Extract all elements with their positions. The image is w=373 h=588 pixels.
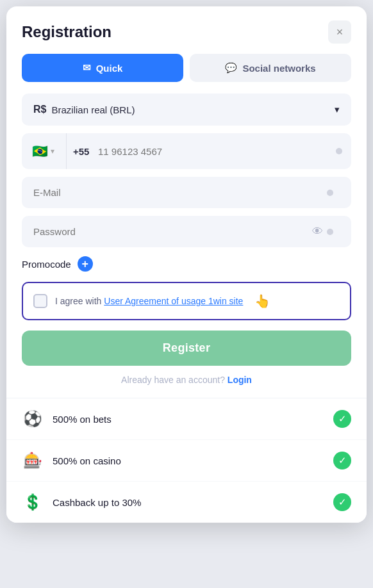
agreement-text: I agree with User Agreement of usage 1wi… xyxy=(55,296,243,306)
social-icon: 💬 xyxy=(225,62,237,74)
email-status-dot xyxy=(327,190,333,196)
cashback-icon: 💲 xyxy=(22,493,44,511)
registration-form: R$ Brazilian real (BRL) ▾ 🇧🇷 ▾ +55 xyxy=(6,94,367,385)
login-prompt-text: Already have an account? xyxy=(121,375,225,385)
email-field-row xyxy=(22,177,351,208)
phone-code: +55 xyxy=(67,136,95,167)
promo-bets-check: ✓ xyxy=(333,410,351,428)
tab-social-label: Social networks xyxy=(242,63,315,74)
tab-row: ✉ Quick 💬 Social networks xyxy=(6,54,367,94)
password-field-row: 👁 xyxy=(22,216,351,247)
registration-modal: Registration × ✉ Quick 💬 Social networks… xyxy=(6,6,367,523)
close-icon: × xyxy=(336,26,344,39)
currency-field-row: R$ Brazilian real (BRL) ▾ xyxy=(22,94,351,126)
promocode-add-button[interactable]: + xyxy=(78,256,93,272)
promo-bets-text: 500% on bets xyxy=(53,414,324,425)
chevron-down-icon: ▾ xyxy=(335,104,340,115)
agreement-text-before: I agree with xyxy=(55,296,104,306)
phone-number-input[interactable] xyxy=(95,136,336,167)
country-selector[interactable]: 🇧🇷 ▾ xyxy=(22,133,67,169)
login-row: Already have an account? Login xyxy=(22,375,351,385)
agreement-checkbox[interactable] xyxy=(33,294,47,308)
currency-symbol: R$ xyxy=(33,104,46,115)
tab-quick[interactable]: ✉ Quick xyxy=(22,54,183,82)
phone-input-group: 🇧🇷 ▾ +55 xyxy=(22,133,351,169)
currency-selector[interactable]: R$ Brazilian real (BRL) ▾ xyxy=(22,94,351,126)
email-field[interactable] xyxy=(22,177,327,208)
casino-icon: 🎰 xyxy=(22,452,44,470)
promo-item-casino: 🎰 500% on casino ✓ xyxy=(6,440,367,482)
promo-casino-text: 500% on casino xyxy=(53,455,324,466)
promocode-label: Promocode xyxy=(22,259,71,270)
cursor-icon: 👆 xyxy=(254,293,270,309)
email-input-group xyxy=(22,177,351,208)
password-status-dot xyxy=(327,229,333,235)
flag-caret-icon: ▾ xyxy=(51,147,54,156)
password-field[interactable] xyxy=(22,216,312,247)
flag-icon: 🇧🇷 xyxy=(32,143,48,159)
currency-name: Brazilian real (BRL) xyxy=(51,104,329,115)
promo-cashback-check: ✓ xyxy=(333,493,351,511)
mail-icon: ✉ xyxy=(83,62,91,74)
tab-quick-label: Quick xyxy=(96,63,123,74)
promo-item-bets: ⚽ 500% on bets ✓ xyxy=(6,398,367,440)
field-status-dot xyxy=(336,148,342,154)
agreement-link[interactable]: User Agreement of usage 1win site xyxy=(104,296,243,306)
modal-header: Registration × xyxy=(6,6,367,54)
promo-list: ⚽ 500% on bets ✓ 🎰 500% on casino ✓ 💲 Ca… xyxy=(6,398,367,523)
password-input-group: 👁 xyxy=(22,216,351,247)
login-link[interactable]: Login xyxy=(228,375,252,385)
bets-icon: ⚽ xyxy=(22,410,44,428)
promo-item-cashback: 💲 Cashback up to 30% ✓ xyxy=(6,482,367,523)
register-button[interactable]: Register xyxy=(22,331,351,366)
agreement-row[interactable]: I agree with User Agreement of usage 1wi… xyxy=(22,282,351,320)
tab-social[interactable]: 💬 Social networks xyxy=(190,54,351,82)
show-password-icon[interactable]: 👁 xyxy=(312,225,323,238)
promo-cashback-text: Cashback up to 30% xyxy=(53,497,324,508)
promocode-row: Promocode + xyxy=(22,256,351,272)
page-title: Registration xyxy=(22,23,112,41)
close-button[interactable]: × xyxy=(328,20,351,44)
phone-field-row: 🇧🇷 ▾ +55 xyxy=(22,133,351,169)
plus-icon: + xyxy=(81,257,88,271)
promo-casino-check: ✓ xyxy=(333,452,351,470)
